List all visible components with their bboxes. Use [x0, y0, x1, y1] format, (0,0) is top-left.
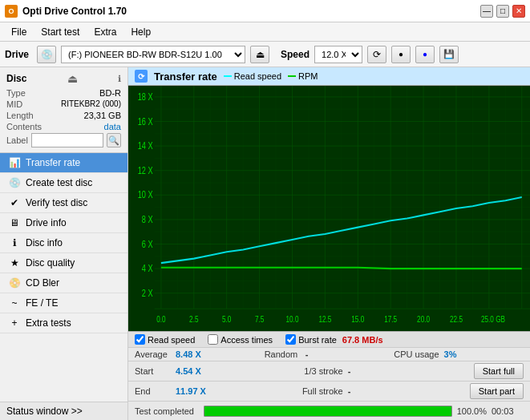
drive-icon-button[interactable]: 💿	[37, 46, 56, 63]
cd-bler-icon: 📀	[8, 277, 21, 289]
stats-row-3: End 11.97 X Full stroke - Start part	[128, 381, 530, 401]
speed-select[interactable]: 12.0 X ↓	[314, 46, 362, 63]
start-label: Start	[135, 366, 171, 376]
menu-start-test[interactable]: Start test	[34, 25, 86, 39]
burst-rate-checkbox-group[interactable]: Burst rate 67.8 MB/s	[285, 334, 382, 345]
svg-text:7.5: 7.5	[255, 314, 265, 325]
nav-extra-tests-label: Extra tests	[26, 317, 71, 329]
progress-bar-fill	[204, 406, 451, 416]
start-full-button[interactable]: Start full	[474, 363, 524, 379]
blue-button[interactable]: ●	[415, 46, 435, 63]
status-window-label: Status window >>	[6, 406, 83, 417]
nav-disc-info-label: Disc info	[26, 237, 63, 248]
label-search-button[interactable]: 🔍	[107, 133, 121, 147]
svg-text:5.0: 5.0	[222, 314, 232, 325]
svg-rect-0	[128, 86, 530, 331]
drive-select[interactable]: (F:) PIONEER BD-RW BDR-S12U 1.00	[61, 46, 245, 63]
menu-help[interactable]: Help	[124, 25, 157, 39]
nav-verify-test-disc[interactable]: ✔ Verify test disc	[0, 193, 127, 213]
nav-fe-te-label: FE / TE	[26, 297, 58, 309]
nav-transfer-rate[interactable]: 📊 Transfer rate	[0, 153, 127, 173]
nav-cd-bler[interactable]: 📀 CD Bler	[0, 273, 127, 293]
disc-quality-icon: ★	[8, 257, 21, 269]
nav-transfer-rate-label: Transfer rate	[26, 157, 80, 168]
red-button[interactable]: ●	[391, 46, 411, 63]
full-stroke-value: -	[348, 386, 351, 396]
svg-text:4 X: 4 X	[142, 263, 153, 274]
menu-extra[interactable]: Extra	[87, 25, 123, 39]
svg-text:20.0: 20.0	[417, 314, 430, 325]
access-times-checkbox[interactable]	[208, 334, 218, 345]
nav-extra-tests[interactable]: + Extra tests	[0, 313, 127, 333]
main-content: Disc ⏏ ℹ Type BD-R MID RITEKBR2 (000) Le…	[0, 67, 530, 420]
start-part-button[interactable]: Start part	[470, 383, 524, 399]
svg-text:2 X: 2 X	[142, 287, 153, 298]
label-input[interactable]	[31, 133, 103, 147]
nav-menu: 📊 Transfer rate 💿 Create test disc ✔ Ver…	[0, 153, 127, 402]
type-value: BD-R	[99, 88, 121, 98]
menu-bar: File Start test Extra Help	[0, 22, 530, 42]
eject-button[interactable]: ⏏	[250, 46, 269, 63]
nav-drive-info[interactable]: 🖥 Drive info	[0, 213, 127, 233]
progress-section: Test completed 100.0% 00:03	[128, 401, 530, 420]
sidebar: Disc ⏏ ℹ Type BD-R MID RITEKBR2 (000) Le…	[0, 67, 128, 420]
chart-title: Transfer rate	[154, 71, 217, 83]
status-window-button[interactable]: Status window >>	[0, 402, 127, 420]
type-label: Type	[6, 88, 26, 98]
progress-bar-container	[204, 406, 452, 417]
stat-end-group: End 11.97 X	[135, 383, 302, 399]
access-times-checkbox-group[interactable]: Access times	[208, 334, 273, 345]
right-panel: ⟳ Transfer rate Read speed RPM	[128, 67, 530, 420]
stat-random-group: Random -	[265, 349, 394, 359]
average-value: 8.48 X	[176, 349, 201, 359]
end-value: 11.97 X	[176, 386, 206, 396]
nav-disc-quality[interactable]: ★ Disc quality	[0, 253, 127, 273]
nav-fe-te[interactable]: ~ FE / TE	[0, 293, 127, 313]
transfer-rate-icon: 📊	[8, 157, 21, 168]
legend-green-line	[288, 75, 296, 77]
close-button[interactable]: ✕	[512, 5, 525, 18]
read-speed-checkbox-label: Read speed	[148, 335, 195, 345]
create-disc-icon: 💿	[8, 177, 21, 188]
maximize-button[interactable]: □	[496, 5, 509, 18]
stats-row-2: Start 4.54 X 1/3 stroke - Start full	[128, 361, 530, 381]
svg-text:15.0: 15.0	[351, 314, 364, 325]
disc-eject-icon[interactable]: ⏏	[67, 72, 78, 85]
drive-info-icon: 🖥	[8, 217, 21, 228]
nav-drive-info-label: Drive info	[26, 217, 67, 228]
speed-label: Speed	[281, 49, 310, 60]
end-label: End	[135, 386, 171, 396]
verify-disc-icon: ✔	[8, 197, 21, 208]
legend-read-speed-label: Read speed	[234, 71, 281, 81]
svg-text:6 X: 6 X	[142, 238, 153, 249]
cpu-label: CPU usage	[394, 349, 439, 359]
burst-rate-checkbox[interactable]	[285, 334, 296, 345]
contents-value[interactable]: data	[104, 122, 121, 131]
nav-create-disc-label: Create test disc	[26, 177, 92, 188]
svg-text:18 X: 18 X	[138, 91, 153, 103]
read-speed-checkbox[interactable]	[135, 334, 145, 345]
svg-text:0.0: 0.0	[156, 314, 166, 325]
chart-icon: ⟳	[135, 70, 148, 83]
nav-disc-info[interactable]: ℹ Disc info	[0, 233, 127, 253]
drive-toolbar: Drive 💿 (F:) PIONEER BD-RW BDR-S12U 1.00…	[0, 42, 530, 67]
svg-text:2.5: 2.5	[189, 314, 199, 325]
title-bar: O Opti Drive Control 1.70 — □ ✕	[0, 0, 530, 22]
stat-third-stroke-group: 1/3 stroke -	[304, 363, 473, 379]
access-times-checkbox-label: Access times	[220, 335, 273, 345]
fe-te-icon: ~	[8, 297, 21, 309]
svg-text:22.5: 22.5	[450, 314, 463, 325]
disc-info-icon[interactable]: ℹ	[118, 74, 121, 84]
read-speed-checkbox-group[interactable]: Read speed	[135, 334, 195, 345]
minimize-button[interactable]: —	[480, 5, 493, 18]
nav-create-test-disc[interactable]: 💿 Create test disc	[0, 173, 127, 193]
stat-start-group: Start 4.54 X	[135, 363, 304, 379]
contents-label: Contents	[6, 122, 42, 131]
random-label: Random	[265, 349, 301, 359]
save-button[interactable]: 💾	[439, 46, 459, 63]
svg-text:17.5: 17.5	[384, 314, 397, 325]
cpu-value: 3%	[444, 349, 457, 359]
menu-file[interactable]: File	[5, 25, 33, 39]
refresh-button[interactable]: ⟳	[367, 46, 386, 63]
nav-disc-quality-label: Disc quality	[26, 257, 75, 269]
